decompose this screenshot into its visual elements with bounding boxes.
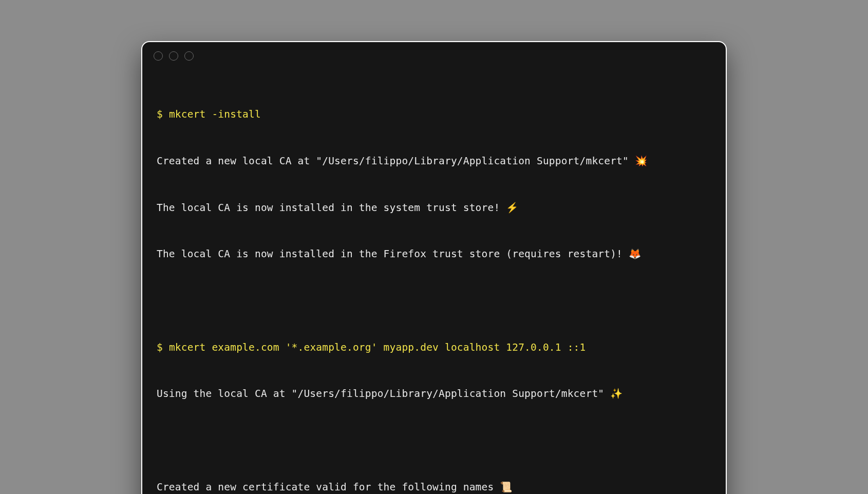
terminal-content[interactable]: $ mkcert -install Created a new local CA… (142, 65, 726, 494)
blank-line (157, 433, 711, 448)
output-line: The local CA is now installed in the sys… (157, 200, 711, 216)
window-titlebar (142, 42, 726, 65)
output-line: Created a new certificate valid for the … (157, 480, 711, 494)
output-line: Using the local CA at "/Users/filippo/Li… (157, 386, 711, 402)
command-text: mkcert -install (169, 108, 261, 120)
blank-line (157, 293, 711, 309)
prompt-symbol: $ (157, 341, 169, 353)
command-text: mkcert example.com '*.example.org' myapp… (169, 341, 586, 353)
command-line: $ mkcert -install (157, 107, 711, 122)
window-close-button[interactable] (154, 51, 163, 61)
window-maximize-button[interactable] (184, 51, 194, 61)
terminal-window: $ mkcert -install Created a new local CA… (141, 41, 727, 494)
output-line: Created a new local CA at "/Users/filipp… (157, 154, 711, 169)
window-minimize-button[interactable] (169, 51, 178, 61)
output-line: The local CA is now installed in the Fir… (157, 246, 711, 262)
command-line: $ mkcert example.com '*.example.org' mya… (157, 340, 711, 355)
prompt-symbol: $ (157, 108, 169, 120)
